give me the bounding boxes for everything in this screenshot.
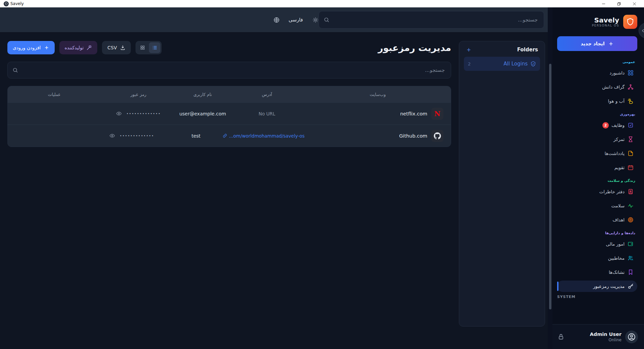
folders-title: Folders xyxy=(517,47,538,53)
user-card[interactable]: Admin User Online xyxy=(552,324,644,349)
entries-search-input[interactable] xyxy=(8,62,451,78)
chevron-left-icon xyxy=(641,28,644,33)
password-mask: ••••••••••••• xyxy=(126,112,161,115)
col-header-website: وب‌سایت xyxy=(305,92,451,97)
section-label-general: عمومی xyxy=(557,60,635,64)
folder-label: All Logins xyxy=(503,61,528,67)
minimize-icon[interactable] xyxy=(596,0,611,7)
sidebar-item-weather[interactable]: آب و هوا xyxy=(557,95,637,107)
section-label-productivity: بهره‌وری xyxy=(557,112,635,116)
tasks-count-badge: 2 xyxy=(602,122,609,129)
globe-icon xyxy=(273,17,280,23)
people-icon xyxy=(627,255,634,261)
passwords-table: وب‌سایت آدرس نام کاربری رمز عبور عملیات … xyxy=(7,86,451,147)
show-password-eye-icon[interactable] xyxy=(116,111,122,116)
sidebar-item-dashboard[interactable]: داشبورد xyxy=(557,67,637,79)
restore-icon[interactable] xyxy=(611,0,627,7)
sidebar-item-goals[interactable]: اهداف xyxy=(557,214,637,226)
table-header-row: وب‌سایت آدرس نام کاربری رمز عبور عملیات xyxy=(8,86,451,102)
website-name: Github.com xyxy=(399,133,427,139)
download-icon xyxy=(120,45,125,50)
magic-wand-icon xyxy=(87,45,92,50)
language-label: فارسی xyxy=(288,17,303,22)
shield-check-icon xyxy=(530,61,536,67)
knowledge-graph-icon xyxy=(627,84,634,90)
scrollbar-thumb[interactable] xyxy=(549,64,551,309)
sidebar-item-finance[interactable]: امور مالی xyxy=(557,238,637,250)
bookmark-icon xyxy=(627,269,634,275)
savely-shield-icon xyxy=(623,15,637,29)
app-window: Savely Savely PERSONAL OS xyxy=(0,0,644,349)
link-icon xyxy=(223,134,227,138)
global-search-input[interactable] xyxy=(319,11,544,28)
search-icon xyxy=(324,17,329,23)
sidebar-item-contacts[interactable]: مخاطبین xyxy=(557,252,637,264)
sidebar-item-focus[interactable]: تمرکز xyxy=(557,134,637,145)
global-search[interactable] xyxy=(319,11,544,29)
wallet-icon xyxy=(627,241,634,247)
sidebar-nav: عمومی داشبورد گراف دانش آب و هوا بهره‌ور… xyxy=(557,54,637,324)
weather-icon xyxy=(627,98,634,104)
folder-count: 2 xyxy=(468,61,471,66)
main-area: فارسی Folders xyxy=(0,7,552,349)
plus-icon xyxy=(608,41,614,47)
create-new-button[interactable]: ایجاد جدید xyxy=(557,36,637,51)
calendar-icon xyxy=(627,164,634,170)
add-folder-button[interactable] xyxy=(466,47,472,53)
netflix-icon: N xyxy=(431,108,443,120)
password-manager-section: مدیریت رمزعبور افزودن ورودی تولیدکننده xyxy=(7,41,451,342)
user-avatar-icon xyxy=(625,331,638,343)
username-value: user@example.com xyxy=(179,111,226,116)
address-link[interactable]: ...om/worldmohammad/savely-os xyxy=(223,133,305,139)
show-password-eye-icon[interactable] xyxy=(109,133,115,139)
sidebar-scrollbar[interactable] xyxy=(548,7,552,349)
user-name: Admin User xyxy=(590,331,622,337)
close-icon[interactable] xyxy=(627,0,642,7)
pulse-icon xyxy=(627,203,634,209)
generator-button[interactable]: تولیدکننده xyxy=(59,41,98,54)
lock-icon[interactable] xyxy=(558,334,564,340)
dashboard-icon xyxy=(627,70,634,76)
sidebar-item-password-manager[interactable]: مدیریت رمزعبور xyxy=(557,281,637,292)
theme-toggle-sun-icon[interactable] xyxy=(312,17,319,23)
list-view-icon[interactable] xyxy=(149,42,160,53)
diary-heart-icon xyxy=(627,189,634,195)
section-label-data-assets: داده‌ها و دارایی‌ها xyxy=(557,231,635,235)
sidebar-item-notes[interactable]: یادداشت‌ها xyxy=(557,148,637,159)
folder-item-all-logins[interactable]: All Logins 2 xyxy=(464,57,540,71)
address-value: No URL xyxy=(259,111,275,116)
export-csv-button[interactable]: CSV xyxy=(102,41,130,54)
app-logo-icon xyxy=(4,1,9,6)
user-status: Online xyxy=(590,338,622,342)
table-row[interactable]: N netflix.com No URL user@example.com ••… xyxy=(8,102,451,124)
sidebar-item-diary[interactable]: دفتر خاطرات xyxy=(557,186,637,197)
plus-icon xyxy=(44,45,49,50)
topbar: فارسی xyxy=(0,7,552,33)
grid-view-icon[interactable] xyxy=(137,42,148,53)
website-name: netflix.com xyxy=(400,111,427,116)
section-label-life-health: زندگی و سلامت xyxy=(557,179,635,183)
key-icon xyxy=(627,283,634,289)
sidebar-item-bookmarks[interactable]: نشانک‌ها xyxy=(557,266,637,278)
password-mask: ••••••••••••• xyxy=(120,134,154,138)
os-titlebar: Savely xyxy=(0,0,644,7)
window-title: Savely xyxy=(10,1,24,6)
search-icon xyxy=(12,67,18,73)
add-entry-button[interactable]: افزودن ورودی xyxy=(7,41,55,54)
sidebar-item-health[interactable]: سلامت xyxy=(557,200,637,211)
col-header-username: نام کاربری xyxy=(176,92,229,97)
target-icon xyxy=(627,217,634,223)
table-row[interactable]: Github.com ...om/worldmohammad/savely-os xyxy=(8,124,451,147)
col-header-actions: عملیات xyxy=(8,92,101,97)
language-switcher[interactable]: فارسی xyxy=(273,17,303,23)
content: Folders All Logins 2 xyxy=(0,33,552,349)
sidebar-item-tasks[interactable]: وظایف 2 xyxy=(557,119,637,131)
sidebar-item-calendar[interactable]: تقویم xyxy=(557,162,637,173)
col-header-password: رمز عبور xyxy=(101,92,176,97)
username-value: test xyxy=(192,133,201,139)
entries-search[interactable] xyxy=(7,62,451,79)
page-title: مدیریت رمزعبور xyxy=(378,43,451,53)
sidebar-item-knowledge-graph[interactable]: گراف دانش xyxy=(557,81,637,93)
folders-panel: Folders All Logins 2 xyxy=(459,41,545,327)
sidebar: Savely PERSONAL OS ایجاد جدید عمومی داشب… xyxy=(552,7,644,349)
